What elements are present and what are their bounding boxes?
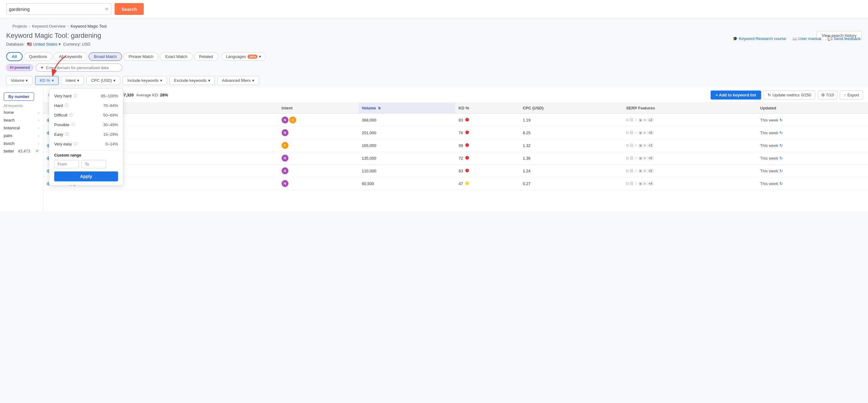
keyword-research-course-link[interactable]: 🎓 Keyword Research course <box>733 36 786 41</box>
refresh-row-icon[interactable]: ↻ <box>779 143 783 148</box>
sidebar-item-better[interactable]: better 43,473 👁 <box>0 147 43 155</box>
sidebar-item-busch[interactable]: busch › <box>0 140 43 147</box>
serp-icon-1[interactable]: ⧉ <box>626 143 629 148</box>
languages-button[interactable]: Languages beta ▾ <box>221 52 266 61</box>
sidebar-item-home[interactable]: home › <box>0 109 43 116</box>
serp-plus-badge: +5 <box>647 156 654 160</box>
sidebar-item-botanical[interactable]: botanical › <box>0 124 43 132</box>
table-row: ⊕ busch gardens tampa » N 110,000 83 1.2… <box>43 165 868 177</box>
tab-questions[interactable]: Questions <box>24 52 53 61</box>
user-manual-link[interactable]: 📖 User manual <box>793 36 822 41</box>
serp-icon-4[interactable]: ▣ <box>639 131 642 135</box>
cpc-filter-button[interactable]: CPC (USD) ▾ <box>86 76 120 85</box>
by-number-button[interactable]: By number <box>4 92 34 101</box>
serp-icon-2[interactable]: ⛓ <box>630 181 633 186</box>
update-metrics-button[interactable]: ↻ Update metrics 0/250 <box>764 90 815 99</box>
search-input[interactable]: gardening <box>9 6 105 12</box>
serp-icon-5[interactable]: ⊕ <box>643 181 646 186</box>
refresh-row-icon[interactable]: ↻ <box>779 156 783 161</box>
volume-header[interactable]: Volume ⇅ <box>359 103 456 113</box>
serp-icon-1[interactable]: ⧉ <box>626 156 629 160</box>
kd-difficulty-dot <box>465 169 469 172</box>
serp-icon-5[interactable]: ⊕ <box>643 143 646 148</box>
to-input[interactable] <box>82 160 106 168</box>
settings-button[interactable]: ⚙ 7/10 <box>818 90 837 99</box>
serp-icon-2[interactable]: ⛓ <box>630 169 633 173</box>
include-keywords-button[interactable]: Include keywords ▾ <box>123 76 167 85</box>
serp-icon-4[interactable]: ▣ <box>639 156 642 160</box>
advanced-filters-button[interactable]: Advanced filters ▾ <box>217 76 259 85</box>
serp-icon-1[interactable]: ⧉ <box>626 169 629 173</box>
sidebar-item-label-busch: busch <box>4 141 14 146</box>
sep1: › <box>29 24 30 29</box>
export-button[interactable]: ↑ Export <box>840 90 863 99</box>
kd-very-hard[interactable]: Very hard ⓘ 85–100% <box>49 91 123 101</box>
serp-icon-5[interactable]: ⊕ <box>643 169 646 173</box>
exclude-keywords-button[interactable]: Exclude keywords ▾ <box>169 76 215 85</box>
sidebar-item-beach[interactable]: beach › <box>0 116 43 124</box>
updated-cell: This week ↻ <box>757 165 868 177</box>
from-input[interactable] <box>54 160 79 168</box>
refresh-row-icon[interactable]: ↻ <box>779 169 783 173</box>
send-feedback-link[interactable]: 💬 Send feedback <box>828 36 861 41</box>
kd-very-easy-label: Very easy <box>54 142 72 146</box>
intent-filter-button[interactable]: Intent ▾ <box>61 76 84 85</box>
table-row: ⊕ callaway gardens » N 60,500 47 0.27 ⧉ … <box>43 177 868 190</box>
clear-icon[interactable]: ✕ <box>105 6 109 12</box>
tab-phrase-match[interactable]: Phrase Match <box>123 52 159 61</box>
sep2: › <box>67 24 69 29</box>
kd-hard[interactable]: Hard ⓘ 70–84% <box>49 101 123 110</box>
serp-icon-5[interactable]: ⊕ <box>643 131 646 135</box>
serp-icon-5[interactable]: ⊕ <box>643 156 646 160</box>
kd-difficult[interactable]: Difficult ⓘ 50–69% <box>49 110 123 120</box>
flag-icon: 🇺🇸 <box>27 42 32 47</box>
serp-icon-4[interactable]: ▣ <box>639 143 642 148</box>
serp-icon-3[interactable]: ☆ <box>634 118 638 122</box>
sidebar-item-label-home: home <box>4 110 14 115</box>
sidebar-item-label-better: better <box>4 149 14 153</box>
kd-easy[interactable]: Easy ⓘ 15–29% <box>49 129 123 139</box>
refresh-row-icon[interactable]: ↻ <box>779 181 783 186</box>
info-icon: ⓘ <box>65 132 69 137</box>
search-button[interactable]: Search <box>115 3 144 15</box>
serp-icon-3[interactable]: ☆ <box>634 143 638 148</box>
volume-filter-button[interactable]: Volume ▾ <box>6 76 33 85</box>
tab-all[interactable]: All <box>6 52 23 61</box>
serp-icon-1[interactable]: ⧉ <box>626 181 629 186</box>
serp-icon-2[interactable]: ⛓ <box>630 118 633 122</box>
serp-icon-3[interactable]: ☆ <box>634 156 638 160</box>
apply-button[interactable]: Apply <box>54 171 118 181</box>
tab-exact-match[interactable]: Exact Match <box>160 52 193 61</box>
serp-icon-3[interactable]: ☆ <box>634 169 638 173</box>
breadcrumb-keyword-overview[interactable]: Keyword Overview <box>32 24 65 29</box>
add-keyword-button[interactable]: + Add to keyword list <box>711 90 761 99</box>
serp-icon-4[interactable]: ▣ <box>639 118 642 122</box>
tab-related[interactable]: Related <box>194 52 218 61</box>
updated-header: Updated <box>757 103 868 113</box>
serp-icon-3[interactable]: ☆ <box>634 131 638 135</box>
serp-icon-4[interactable]: ▣ <box>639 169 642 173</box>
kd-possible[interactable]: Possible ⓘ 30–49% <box>49 120 123 129</box>
serp-icon-2[interactable]: ⛓ <box>630 156 633 160</box>
serp-icon-4[interactable]: ▣ <box>639 181 642 186</box>
serp-icon-2[interactable]: ⛓ <box>630 143 633 148</box>
serp-icon-2[interactable]: ⛓ <box>630 131 633 135</box>
serp-features-cell: ⧉ ⛓ ☆ ▣ ⊕ +2 <box>623 113 757 126</box>
refresh-row-icon[interactable]: ↻ <box>779 131 783 135</box>
tab-all-keywords[interactable]: All Keywords <box>54 52 87 61</box>
database-country-link[interactable]: 🇺🇸 United States ▾ <box>27 42 61 47</box>
refresh-row-icon[interactable]: ↻ <box>779 118 783 122</box>
serp-icon-5[interactable]: ⊕ <box>643 118 646 122</box>
kd-filter-button[interactable]: KD % ▾ <box>35 76 58 85</box>
breadcrumb-projects[interactable]: Projects <box>12 24 27 29</box>
serp-icon-1[interactable]: ⧉ <box>626 118 629 122</box>
serp-icon-1[interactable]: ⧉ <box>626 131 629 135</box>
sidebar-item-palm[interactable]: palm › <box>0 132 43 140</box>
kd-cell: 72 <box>455 152 520 165</box>
kd-very-easy[interactable]: Very easy ⓘ 0–14% <box>49 139 123 149</box>
tab-broad-match[interactable]: Broad Match <box>89 52 122 61</box>
domain-input[interactable] <box>46 65 118 70</box>
serp-icon-3[interactable]: ☆ <box>634 181 638 186</box>
updated-text: This week <box>760 131 778 135</box>
avg-kd-stat: Average KD: 28% <box>136 93 168 97</box>
